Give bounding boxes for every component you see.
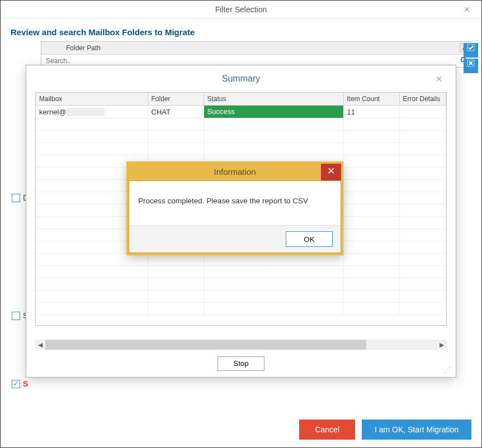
- selection-toolbar: [464, 43, 478, 74]
- window-close-icon[interactable]: ×: [458, 1, 476, 18]
- check-all-icon[interactable]: [464, 43, 478, 58]
- info-button-bar: OK: [129, 225, 341, 252]
- cell-mailbox: kernel@xxxxx: [36, 106, 148, 118]
- info-close-icon[interactable]: ✕: [321, 164, 341, 180]
- summary-close-icon[interactable]: ×: [428, 65, 450, 92]
- col-error-header[interactable]: Error Details: [399, 93, 446, 106]
- uncheck-all-icon[interactable]: [464, 59, 478, 73]
- folder-path-label: Folder Path: [66, 44, 101, 52]
- table-row-empty: [36, 131, 446, 143]
- resize-grip-icon[interactable]: ⋰: [445, 366, 451, 374]
- summary-titlebar: Summary ×: [26, 65, 456, 92]
- folder-path-column-header[interactable]: Folder Path ▲: [41, 42, 471, 55]
- summary-footer: Stop: [26, 350, 456, 377]
- table-row-empty: [36, 303, 446, 315]
- dialog-footer: Cancel I am OK, Start Migration: [299, 420, 471, 440]
- col-status-header[interactable]: Status: [204, 93, 343, 106]
- scroll-right-icon[interactable]: ▶: [437, 341, 447, 349]
- cell-folder: CHAT: [148, 106, 204, 118]
- summary-horizontal-scrollbar[interactable]: ◀ ▶: [35, 340, 447, 350]
- table-row-empty: [36, 118, 446, 131]
- cell-count: 11: [343, 106, 399, 118]
- info-title: Information: [214, 167, 256, 177]
- window-title: Filter Selection: [215, 5, 267, 14]
- cancel-button[interactable]: Cancel: [299, 420, 355, 440]
- page-subheading: Review and search Mailbox Folders to Mig…: [1, 18, 481, 41]
- table-row-empty: [36, 266, 446, 278]
- window-titlebar: Filter Selection ×: [1, 1, 481, 18]
- table-row[interactable]: kernel@xxxxxCHATSuccess11: [36, 106, 446, 118]
- info-titlebar: Information ✕: [129, 164, 341, 180]
- stop-button[interactable]: Stop: [218, 356, 264, 371]
- scroll-track[interactable]: [45, 340, 437, 350]
- info-body: Process completed. Please save the repor…: [129, 180, 341, 253]
- col-folder-header[interactable]: Folder: [148, 93, 204, 106]
- bg-checkbox-skip[interactable]: [12, 380, 20, 388]
- scroll-thumb[interactable]: [45, 340, 366, 350]
- start-migration-button[interactable]: I am OK, Start Migration: [362, 420, 471, 440]
- col-mailbox-header[interactable]: Mailbox: [36, 93, 148, 106]
- table-row-empty: [36, 143, 446, 155]
- bg-label-skip: S: [23, 379, 38, 388]
- summary-title: Summary: [222, 74, 260, 83]
- cell-status: Success: [204, 106, 343, 118]
- summary-header-row: Mailbox Folder Status Item Count Error D…: [36, 93, 446, 106]
- table-row-empty: [36, 278, 446, 290]
- col-count-header[interactable]: Item Count: [343, 93, 399, 106]
- bg-checkbox-s[interactable]: [12, 312, 20, 320]
- table-row-empty: [36, 290, 446, 303]
- bg-checkbox-d[interactable]: [12, 194, 20, 202]
- svg-rect-2: [467, 44, 474, 51]
- folder-path-box: Folder Path ▲: [41, 41, 471, 68]
- ok-button[interactable]: OK: [286, 231, 333, 247]
- cell-error: [399, 106, 446, 118]
- scroll-left-icon[interactable]: ◀: [35, 341, 45, 349]
- information-dialog: Information ✕ Process completed. Please …: [126, 161, 343, 255]
- info-message: Process completed. Please save the repor…: [129, 181, 341, 225]
